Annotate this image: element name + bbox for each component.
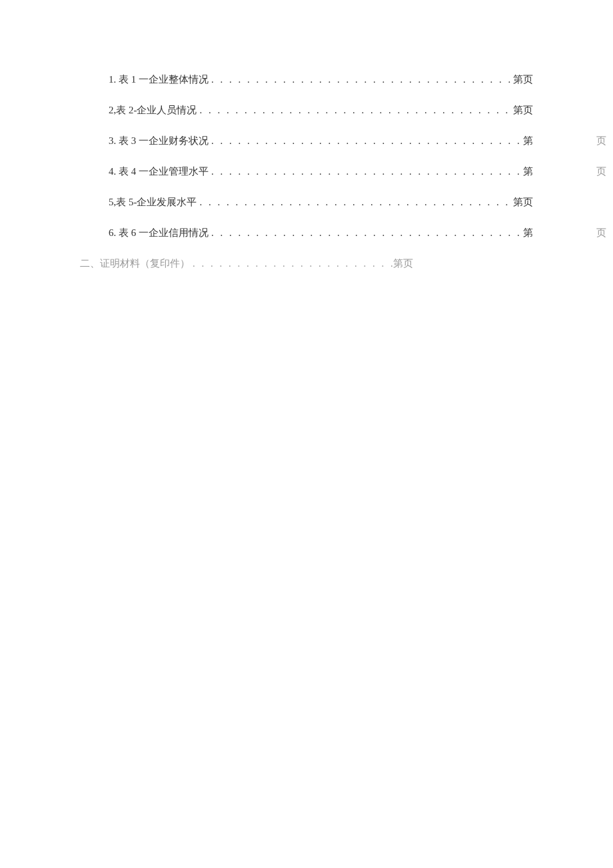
toc-label: 3. 表 3 一企业财务状况 [109, 135, 209, 147]
toc-page-ref-far: 页 [596, 165, 606, 178]
toc-leader-dots: . . . . . . . . . . . . . . . . . . . . … [197, 105, 514, 116]
toc-page-ref-far: 页 [596, 227, 606, 239]
toc-row-7: 二、证明材料（复印件） . . . . . . . . . . . . . . … [80, 257, 413, 270]
toc-leader-dots: . . . . . . . . . . . . . . . . . . . . … [197, 197, 514, 208]
toc-row-5: 5,表 5-企业发展水平 . . . . . . . . . . . . . .… [80, 196, 533, 209]
toc-page-ref: 第 [523, 135, 533, 147]
toc-label: 二、证明材料（复印件） [80, 257, 190, 270]
toc-leader-dots: . . . . . . . . . . . . . . . . . . . . … [209, 135, 523, 147]
toc-label: 1. 表 1 一企业整体情况 [109, 73, 209, 86]
toc-row-1: 1. 表 1 一企业整体情况 . . . . . . . . . . . . .… [80, 73, 533, 86]
toc-row-4: 4. 表 4 一企业管理水平 . . . . . . . . . . . . .… [80, 165, 533, 178]
toc-leader-dots: . . . . . . . . . . . . . . . . . . . . … [209, 227, 523, 239]
toc-label: 5,表 5-企业发展水平 [109, 196, 197, 209]
toc-page-ref: 第页 [513, 73, 533, 86]
toc-leader-dots: . . . . . . . . . . . . . . . . . . . . … [190, 258, 393, 269]
toc-label: 2,表 2-企业人员情况 [109, 104, 197, 117]
toc-row-6: 6. 表 6 一企业信用情况 . . . . . . . . . . . . .… [80, 227, 533, 239]
toc-row-3: 3. 表 3 一企业财务状况 . . . . . . . . . . . . .… [80, 135, 533, 147]
toc-label: 6. 表 6 一企业信用情况 [109, 227, 209, 239]
toc-page-ref: 第 [523, 165, 533, 178]
toc-page-ref: 第页 [393, 257, 413, 270]
toc-page-ref: 第页 [513, 196, 533, 209]
toc-page-ref: 第页 [513, 104, 533, 117]
toc-label: 4. 表 4 一企业管理水平 [109, 165, 209, 178]
toc-leader-dots: . . . . . . . . . . . . . . . . . . . . … [209, 166, 523, 177]
toc-leader-dots: . . . . . . . . . . . . . . . . . . . . … [209, 74, 513, 85]
toc-row-2: 2,表 2-企业人员情况 . . . . . . . . . . . . . .… [80, 104, 533, 117]
toc-page-ref-far: 页 [596, 135, 606, 147]
document-page: 1. 表 1 一企业整体情况 . . . . . . . . . . . . .… [0, 0, 613, 270]
toc-page-ref: 第 [523, 227, 533, 239]
